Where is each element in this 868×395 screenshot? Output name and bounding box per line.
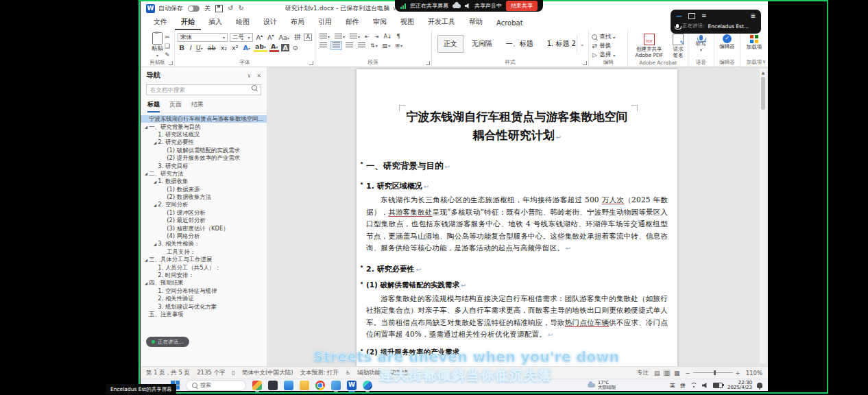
meeting-floating-chip[interactable]: 正在讲话… (146, 337, 189, 347)
store-app-icon[interactable] (284, 381, 293, 390)
ribbon-tab[interactable]: 审阅 (367, 14, 393, 30)
font-size-combobox[interactable]: 二号▾ (230, 33, 253, 42)
shrink-font-icon[interactable]: A▾ (266, 33, 276, 41)
line-spacing-icon[interactable]: ⇅▾ (369, 42, 379, 49)
zoom-level[interactable]: 110% (746, 370, 762, 376)
phonetic-guide-icon[interactable]: 拼 (293, 33, 302, 42)
strikethrough-button[interactable]: ab (206, 44, 217, 51)
navigation-tab[interactable]: 结果 (191, 100, 204, 112)
zoom-in-icon[interactable]: + (736, 370, 740, 376)
ribbon-tab[interactable]: 帮助 (463, 14, 489, 30)
nav-heading-item[interactable]: ◢ 2. 时间安排： (141, 272, 267, 279)
wifi-icon[interactable] (690, 383, 697, 388)
expand-caret-icon[interactable]: ◢ (145, 125, 147, 129)
focus-mode-button[interactable]: 专注 (637, 369, 649, 377)
nav-heading-item[interactable]: ◢ (1) 缓冲区分析 (141, 209, 267, 217)
autosave-toggle[interactable] (188, 5, 200, 12)
ribbon-tab[interactable]: 开发工具 (422, 14, 461, 30)
page-indicator[interactable]: 第 1 页，共 5 页 (146, 369, 190, 377)
folder-app-icon[interactable] (300, 381, 309, 390)
speaker-icon[interactable] (465, 3, 470, 9)
character-shading-icon[interactable]: A (281, 44, 289, 51)
ribbon-tab[interactable]: 引用 (312, 14, 338, 30)
request-signatures-button[interactable]: 请求签名 (671, 32, 685, 58)
grow-font-icon[interactable]: A▴ (255, 33, 265, 41)
expand-caret-icon[interactable]: ◢ (145, 171, 147, 176)
nav-heading-item[interactable]: ◢ 2. 研究必要性 (141, 139, 267, 146)
underline-button[interactable]: U▾ (195, 44, 204, 51)
numbering-icon[interactable]: ▾ (333, 33, 346, 40)
nav-heading-item[interactable]: ◢ (2) 数据收集方法 (141, 193, 267, 201)
sort-icon[interactable]: A↓ (382, 33, 393, 40)
nav-heading-item[interactable]: ◢ (1) 破解供需错配的实践需求 (141, 147, 267, 154)
justify-icon[interactable] (357, 42, 367, 49)
character-border-icon[interactable]: A (304, 34, 311, 41)
notifications-icon[interactable] (757, 383, 762, 388)
nav-heading-item[interactable]: ◢ 二、研究方法 (141, 170, 267, 178)
nav-heading-item[interactable]: ◢ 工具支持： (141, 248, 267, 256)
window-icon[interactable] (688, 13, 695, 19)
ribbon-tab[interactable]: 开始 (175, 14, 201, 30)
document-page[interactable]: 宁波东钱湖自行车租赁点与游客集散地空间 耦合性研究计划↩ 一、研究背景与目的↩ … (357, 69, 677, 366)
shading-icon[interactable]: ▨▾ (381, 42, 392, 49)
weather-widget[interactable]: 17°C 大部晴朗 (588, 381, 616, 390)
style-chip[interactable]: 无间隔 (466, 36, 498, 52)
nav-heading-item[interactable]: ◢ 1. 人员分工（共5人）： (141, 263, 267, 271)
align-left-icon[interactable] (318, 42, 328, 49)
style-chip[interactable]: 1. 标题 2 (542, 36, 581, 52)
replace-button[interactable]: ⇄替换 (592, 42, 625, 50)
nav-heading-item[interactable]: ◢ 3. 规划建议与优化方案 (141, 302, 267, 310)
print-layout-icon[interactable]: ▥ (663, 370, 671, 376)
edge-app-icon[interactable] (363, 381, 372, 390)
menu-icon[interactable]: ≡ (701, 12, 707, 19)
ime-language[interactable]: 英 (670, 382, 675, 390)
expand-caret-icon[interactable]: ◢ (145, 258, 147, 262)
text-prediction[interactable]: 文本预测: 打开 (300, 369, 339, 377)
books-app-icon[interactable] (252, 381, 262, 390)
taskbar-search[interactable]: 搜索 (186, 380, 246, 391)
borders-icon[interactable]: ⊞▾ (394, 42, 404, 49)
find-button[interactable]: 查找▾ (592, 33, 625, 41)
nav-heading-item[interactable]: ◢ 2. 相关性验证 (141, 295, 267, 302)
zoom-out-icon[interactable]: − (685, 370, 690, 376)
font-name-combobox[interactable]: 宋体▾ (178, 33, 228, 42)
nav-heading-item[interactable]: ◢ 宁波东钱湖自行车租赁点与游客集散地空间耦合性研究计划 (141, 115, 267, 123)
word-app-icon[interactable] (347, 381, 357, 390)
enclose-characters-icon[interactable]: ⊙ (291, 44, 300, 51)
italic-button[interactable]: I (188, 44, 193, 51)
styles-more-icon[interactable]: ⌄ (577, 36, 588, 53)
bullets-icon[interactable]: ▾ (318, 33, 331, 40)
nav-heading-item[interactable]: ◢ 2. 空间分析 (141, 201, 267, 208)
document-title-text[interactable]: 研究计划v1.docx - 已保存到这台电脑∨ (285, 4, 397, 13)
close-icon[interactable]: ✕ (256, 73, 261, 79)
nav-heading-item[interactable]: ◢ 一、研究背景与目的 (141, 123, 267, 130)
proofing-icon[interactable]: ▯ (232, 370, 234, 376)
ribbon-tab[interactable]: 设计 (257, 14, 283, 30)
dialog-launcher-icon[interactable] (169, 61, 173, 65)
stop-sharing-button[interactable]: 结束共享 (506, 1, 538, 11)
paste-button[interactable]: 粘贴▾ (152, 32, 163, 58)
nav-heading-item[interactable]: ◢ (1) 数据来源 (141, 186, 267, 193)
decrease-indent-icon[interactable]: ⇤ (363, 33, 371, 40)
nav-heading-item[interactable]: ◢ (3) 核密度估计（KDE） (141, 224, 267, 232)
volume-icon[interactable] (702, 383, 708, 388)
bold-button[interactable]: B (178, 44, 186, 51)
add-ins-button[interactable]: 加载项 (747, 32, 762, 51)
dialog-launcher-icon[interactable] (309, 61, 313, 65)
web-layout-icon[interactable]: ▦ (674, 370, 680, 376)
navigation-tab[interactable]: 页面 (169, 100, 182, 112)
nav-heading-item[interactable]: ◢ 三、具体分工与工作进展 (141, 256, 267, 263)
dictate-button[interactable]: 听写▾ (696, 32, 706, 53)
ribbon-tab[interactable]: 布局 (285, 14, 311, 30)
scroll-up-icon[interactable]: ▲ (760, 69, 767, 75)
clock[interactable]: 22:30 2025/4/23 (727, 381, 752, 391)
save-icon[interactable] (215, 5, 223, 12)
minimize-icon[interactable]: — (676, 12, 682, 19)
change-case-icon[interactable]: Aa▾ (278, 34, 291, 41)
redo-icon[interactable]: ↻ (238, 5, 243, 12)
align-center-icon[interactable] (330, 41, 342, 50)
subscript-button[interactable]: x₂ (219, 44, 228, 51)
ribbon-tab[interactable]: 邮件 (339, 14, 365, 30)
nav-heading-item[interactable]: ◢ (2) 最近邻分析 (141, 217, 267, 224)
ribbon-tab[interactable]: 视图 (394, 14, 420, 30)
